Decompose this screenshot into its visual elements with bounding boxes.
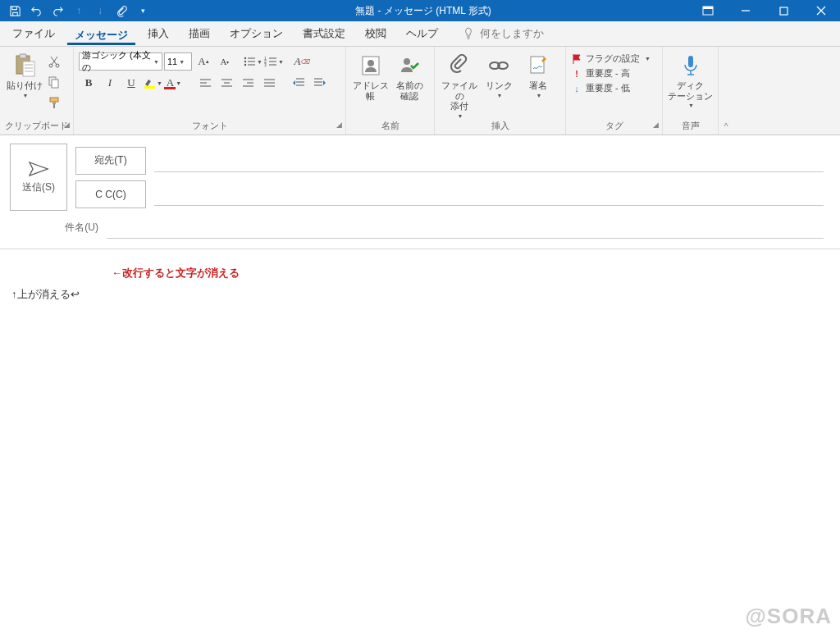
align-right-icon[interactable]	[238, 74, 258, 92]
attach-qat-icon[interactable]	[113, 2, 130, 19]
align-left-icon[interactable]	[195, 74, 215, 92]
tell-me-placeholder: 何をしますか	[480, 26, 544, 41]
tell-me-search[interactable]: 何をしますか	[462, 26, 544, 41]
dialog-launcher-icon[interactable]: ◢	[64, 121, 70, 129]
group-font: 游ゴシック (本文の▼ 11▼ A▴ A▾ ▼ 123▼ A⌫ B I U ▼ …	[74, 47, 346, 135]
cc-button[interactable]: C C(C)	[75, 180, 146, 208]
close-icon[interactable]	[802, 0, 840, 21]
ribbon-tabs: ファイル メッセージ 挿入 描画 オプション 書式設定 校閲 ヘルプ 何をします…	[0, 21, 840, 47]
importance-low-button[interactable]: ↓重要度 - 低	[571, 82, 651, 94]
group-label: クリップボード◢	[5, 119, 68, 133]
check-names-button[interactable]: 名前の 確認	[390, 49, 430, 101]
check-names-icon	[396, 52, 422, 79]
address-book-button[interactable]: アドレス帳	[351, 49, 390, 101]
mail-body[interactable]: ←改行すると文字が消える ↑上が消える↩	[0, 249, 840, 318]
link-button[interactable]: リンク ▼	[479, 49, 518, 98]
svg-point-10	[49, 64, 52, 67]
maximize-icon[interactable]	[765, 0, 802, 21]
format-painter-icon[interactable]	[44, 94, 64, 112]
chevron-down-icon: ▼	[458, 113, 463, 119]
tab-insert[interactable]: 挿入	[140, 24, 176, 43]
signature-button[interactable]: 署名 ▼	[518, 49, 558, 98]
grow-font-icon[interactable]: A▴	[194, 52, 213, 71]
svg-rect-6	[23, 62, 34, 76]
link-icon	[486, 52, 512, 79]
align-center-icon[interactable]	[217, 74, 236, 92]
ribbon-display-icon[interactable]	[689, 0, 727, 21]
redo-icon[interactable]	[49, 2, 66, 19]
svg-point-17	[244, 57, 246, 59]
dictate-button[interactable]: ディク テーション ▼	[668, 49, 713, 108]
shrink-font-icon[interactable]: A▾	[215, 52, 235, 71]
svg-rect-13	[52, 80, 58, 88]
attach-file-button[interactable]: ファイルの 添付 ▼	[440, 49, 479, 119]
save-icon[interactable]	[7, 2, 23, 19]
customize-qat-icon[interactable]: ▾	[135, 2, 151, 19]
bold-button[interactable]: B	[79, 74, 98, 92]
underline-button[interactable]: U	[121, 74, 141, 92]
font-family-combo[interactable]: 游ゴシック (本文の▼	[79, 52, 162, 71]
group-voice: ディク テーション ▼ 音声	[663, 47, 719, 135]
font-size-combo[interactable]: 11▼	[164, 52, 192, 71]
highlight-icon[interactable]: ▼	[143, 74, 162, 92]
chevron-down-icon: ▼	[536, 93, 542, 98]
svg-point-11	[56, 64, 59, 67]
svg-point-19	[244, 61, 246, 62]
subject-label: 件名(U)	[20, 221, 107, 235]
cc-input[interactable]	[154, 183, 824, 206]
font-color-icon[interactable]: A▼	[164, 74, 184, 92]
dialog-launcher-icon[interactable]: ◢	[653, 121, 659, 129]
bullets-icon[interactable]: ▼	[243, 52, 262, 71]
group-names: アドレス帳 名前の 確認 名前	[346, 47, 435, 135]
tab-draw[interactable]: 描画	[181, 24, 217, 43]
address-book-icon	[358, 52, 384, 79]
exclamation-icon: !	[571, 69, 582, 79]
follow-up-button[interactable]: フラグの設定▼	[571, 52, 651, 65]
annotation-text: ←改行すると文字が消える	[112, 266, 829, 281]
tab-options[interactable]: オプション	[222, 24, 290, 43]
prev-icon: ↑	[71, 2, 87, 19]
svg-rect-14	[50, 98, 58, 102]
chevron-down-icon: ▼	[497, 93, 503, 98]
svg-rect-5	[20, 54, 26, 58]
svg-rect-15	[52, 102, 56, 104]
clear-formatting-icon[interactable]: A⌫	[292, 52, 312, 71]
svg-text:3: 3	[264, 62, 267, 67]
clipboard-icon	[11, 52, 38, 79]
svg-rect-29	[144, 86, 155, 89]
group-label: 名前	[351, 119, 429, 133]
undo-icon[interactable]	[28, 2, 44, 19]
tab-help[interactable]: ヘルプ	[399, 24, 445, 43]
to-input[interactable]	[154, 149, 824, 172]
collapse-ribbon-icon[interactable]: ^	[719, 47, 733, 135]
next-icon: ↓	[92, 2, 108, 19]
watermark: @SORA	[746, 604, 832, 629]
titlebar: ↑ ↓ ▾ 無題 - メッセージ (HTML 形式)	[0, 0, 840, 21]
tab-file[interactable]: ファイル	[5, 24, 62, 43]
to-button[interactable]: 宛先(T)	[75, 147, 146, 175]
minimize-icon[interactable]	[727, 0, 765, 21]
group-label: 挿入	[440, 119, 560, 133]
recipient-fields: 宛先(T) C C(C)	[67, 144, 830, 211]
copy-icon[interactable]	[44, 73, 64, 91]
cut-icon[interactable]	[44, 52, 64, 71]
microphone-icon	[678, 52, 704, 79]
numbering-icon[interactable]: 123▼	[264, 52, 284, 71]
body-line: ↑上が消える↩	[11, 287, 829, 302]
importance-high-button[interactable]: !重要度 - 高	[571, 67, 651, 80]
align-justify-icon[interactable]	[259, 74, 279, 92]
tab-format[interactable]: 書式設定	[295, 24, 353, 43]
send-button[interactable]: 送信(S)	[10, 144, 67, 211]
tab-message[interactable]: メッセージ	[67, 25, 135, 45]
svg-rect-55	[688, 56, 693, 67]
dialog-launcher-icon[interactable]: ◢	[336, 121, 342, 129]
paste-button[interactable]: 貼り付け ▼	[5, 49, 44, 98]
tab-review[interactable]: 校閲	[358, 24, 394, 43]
decrease-indent-icon[interactable]	[289, 74, 308, 92]
svg-point-21	[244, 64, 246, 66]
italic-button[interactable]: I	[100, 74, 120, 92]
subject-input[interactable]	[107, 216, 824, 239]
chevron-down-icon: ▼	[23, 93, 29, 98]
increase-indent-icon[interactable]	[310, 74, 330, 92]
lightbulb-icon	[462, 27, 475, 40]
